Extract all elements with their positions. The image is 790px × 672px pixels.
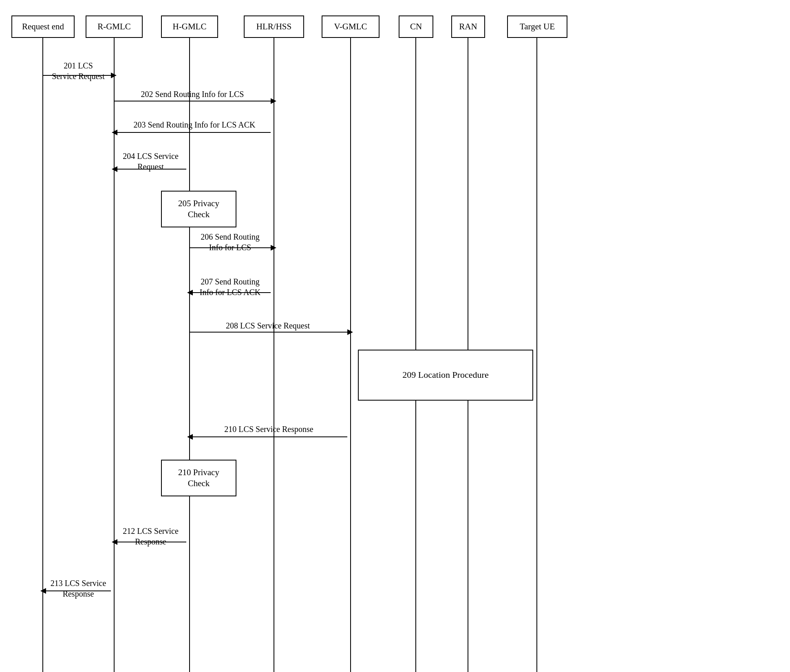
actor-v-gmlc: V-GMLC bbox=[322, 15, 380, 38]
actor-r-gmlc: R-GMLC bbox=[86, 15, 143, 38]
msg-210lcs: 210 LCS Service Response bbox=[190, 425, 347, 434]
msg-203: 203 Send Routing Info for LCS ACK bbox=[115, 120, 274, 130]
actor-ran: RAN bbox=[451, 15, 485, 38]
msg-201: 201 LCSService Request bbox=[44, 60, 113, 82]
actor-request-end: Request end bbox=[11, 15, 75, 38]
process-210: 210 PrivacyCheck bbox=[161, 460, 236, 496]
svg-marker-17 bbox=[271, 245, 276, 251]
msg-204: 204 LCS ServiceRequest bbox=[115, 151, 186, 172]
msg-213: 213 LCS ServiceResponse bbox=[44, 578, 113, 599]
process-205: 205 PrivacyCheck bbox=[161, 191, 236, 227]
svg-marker-23 bbox=[187, 434, 193, 440]
sequence-diagram: Request end R-GMLC H-GMLC HLR/HSS V-GMLC… bbox=[0, 0, 790, 672]
msg-212: 212 LCS ServiceResponse bbox=[115, 526, 186, 547]
msg-208: 208 LCS Service Request bbox=[190, 321, 345, 330]
msg-206: 206 Send RoutingInfo for LCS bbox=[190, 231, 270, 253]
msg-207: 207 Send RoutingInfo for LCS ACK bbox=[190, 276, 270, 297]
svg-marker-21 bbox=[347, 329, 353, 335]
actor-target-ue: Target UE bbox=[507, 15, 567, 38]
svg-marker-13 bbox=[112, 130, 117, 135]
actor-hlr-hss: HLR/HSS bbox=[244, 15, 304, 38]
process-209: 209 Location Procedure bbox=[358, 350, 533, 401]
msg-202: 202 Send Routing Info for LCS bbox=[115, 90, 270, 99]
actor-h-gmlc: H-GMLC bbox=[161, 15, 218, 38]
svg-marker-11 bbox=[271, 98, 276, 104]
actor-cn: CN bbox=[399, 15, 433, 38]
arrows-layer bbox=[0, 0, 790, 672]
